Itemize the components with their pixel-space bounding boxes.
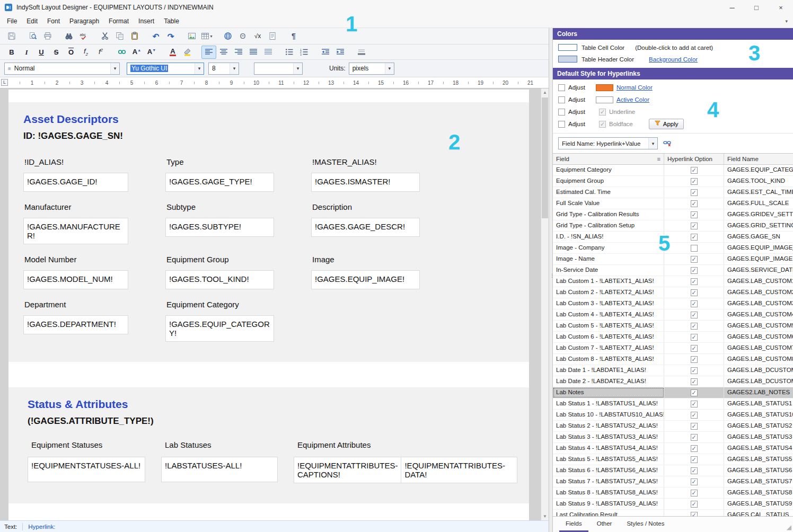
close-button[interactable]: × [769, 0, 793, 15]
hyperlink-option-checkbox[interactable] [691, 389, 698, 396]
hyperlink-option-checkbox[interactable] [691, 456, 698, 463]
boldface-checkbox[interactable] [599, 121, 606, 128]
field-cell[interactable]: Lab Status 3 - !LABSTATUS3_ALIAS! [553, 432, 664, 442]
hyperlink-option-cell[interactable] [664, 354, 724, 365]
adjust-boldface-checkbox[interactable] [558, 121, 565, 128]
hyperlink-option-checkbox[interactable] [691, 278, 698, 285]
overline-button[interactable]: O [64, 46, 78, 59]
extra-select[interactable]: ▾ [254, 63, 303, 75]
redo-button[interactable]: ↷ [163, 30, 178, 43]
field-value-box[interactable]: !EQUIPMENTATTRIBUTES-DATA! [401, 457, 517, 483]
decrease-indent-button[interactable] [318, 46, 333, 59]
field-cell[interactable]: Lab Date 1 - !LABDATE1_ALIAS! [553, 365, 664, 376]
justify-button[interactable] [246, 46, 261, 59]
field-row[interactable]: Grid Type - Calibration Setup GAGES.GRID… [553, 220, 793, 232]
hyperlink-option-checkbox[interactable] [691, 434, 698, 441]
active-color-link[interactable]: Active Color [616, 96, 649, 103]
menu-Font[interactable]: Font [42, 15, 65, 27]
font-color-button[interactable]: A [165, 46, 180, 59]
asset-descriptors-section[interactable]: Asset Descriptors ID: !GAGES.GAGE_SN! !I… [8, 102, 529, 362]
field-cell[interactable]: Lab Status 10 - !LABSTATUS10_ALIAS! [553, 410, 664, 420]
italic-button[interactable]: I [19, 46, 34, 59]
globe-button[interactable] [221, 30, 235, 43]
hyperlink-option-cell[interactable] [664, 220, 724, 231]
apply-button[interactable]: Apply [649, 119, 684, 129]
hyperlink-option-checkbox[interactable] [691, 234, 698, 241]
menu-Edit[interactable]: Edit [22, 15, 42, 27]
field-cell[interactable]: Equipment Group [553, 176, 664, 187]
splitter-handle-icon[interactable]: ⋮ [550, 274, 554, 277]
field-row[interactable]: Image - Company GAGES.EQUIP_IMAGE_CO [553, 243, 793, 254]
adjust-active-checkbox[interactable] [558, 96, 565, 103]
toolbar-options-chevron[interactable]: ▾ [785, 19, 788, 24]
field-cell[interactable]: Last Calibration Result [553, 510, 664, 516]
find-button[interactable] [61, 30, 76, 43]
bold-button[interactable]: B [4, 46, 19, 59]
field-row[interactable]: Lab Custom 5 - !LABTEXT5_ALIAS! GAGES.LA… [553, 321, 793, 332]
font-size-select[interactable]: 8 ▾ [208, 63, 239, 75]
hyperlink-option-cell[interactable] [664, 376, 724, 387]
field-row[interactable]: Lab Status 6 - !LABSTATUS6_ALIAS! GAGES.… [553, 465, 793, 476]
hyperlink-option-checkbox[interactable] [691, 412, 698, 419]
field-row[interactable]: Lab Status 5 - !LABSTATUS5_ALIAS! GAGES.… [553, 454, 793, 465]
chevron-down-icon[interactable]: ▾ [195, 63, 204, 74]
grow-font-button[interactable]: A▲ [129, 46, 144, 59]
scrollbar-thumb[interactable] [542, 97, 548, 218]
goggles-button[interactable] [114, 46, 129, 59]
field-cell[interactable]: Lab Notes [553, 387, 664, 398]
hyperlink-option-checkbox[interactable] [691, 211, 698, 218]
hyperlink-option-checkbox[interactable] [691, 367, 698, 374]
underline-button[interactable]: U [34, 46, 49, 59]
menu-Paragraph[interactable]: Paragraph [65, 15, 104, 27]
field-value-box[interactable]: !GAGES.MODEL_NUM! [23, 270, 128, 289]
field-value-box[interactable]: !GAGES.GAGE_ID! [23, 173, 128, 192]
hyperlink-option-checkbox[interactable] [691, 189, 698, 196]
field-row[interactable]: Lab Custom 6 - !LABTEXT6_ALIAS! GAGES.LA… [553, 332, 793, 343]
distribute-button[interactable] [261, 46, 276, 59]
hyperlink-option-checkbox[interactable] [691, 323, 698, 330]
field-value-box[interactable]: !EQUIPMENTSTATUSES-ALL! [28, 457, 145, 482]
panel-tab[interactable]: Other [591, 517, 619, 532]
document-button[interactable] [265, 30, 280, 43]
adjust-underline-checkbox[interactable] [558, 109, 565, 116]
strikethrough-button[interactable]: S [49, 46, 64, 59]
menu-File[interactable]: File [2, 15, 22, 27]
hyperlink-option-cell[interactable] [664, 254, 724, 264]
field-cell[interactable]: Grid Type - Calibration Results [553, 209, 664, 220]
paste-button[interactable] [127, 30, 142, 43]
hyperlink-option-checkbox[interactable] [691, 178, 698, 185]
insert-image-button[interactable] [184, 30, 199, 43]
field-cell[interactable]: Lab Custom 2 - !LABTEXT2_ALIAS! [553, 287, 664, 298]
hyperlink-option-checkbox[interactable] [691, 167, 698, 174]
theta-button[interactable]: Θ [235, 30, 250, 43]
units-select[interactable]: pixels ▾ [349, 63, 394, 75]
field-row[interactable]: Lab Custom 1 - !LABTEXT1_ALIAS! GAGES.LA… [553, 276, 793, 287]
field-row[interactable]: Full Scale Value GAGES.FULL_SCALE [553, 198, 793, 209]
hyperlink-option-checkbox[interactable] [691, 401, 698, 407]
hyperlink-option-cell[interactable] [664, 487, 724, 498]
hyperlink-option-cell[interactable] [664, 265, 724, 276]
field-cell[interactable]: Lab Status 8 - !LABSTATUS8_ALIAS! [553, 487, 664, 498]
field-column-header[interactable]: Field ≡ [553, 154, 664, 164]
field-row[interactable]: Lab Custom 8 - !LABTEXT8_ALIAS! GAGES.LA… [553, 354, 793, 365]
field-cell[interactable]: Lab Custom 4 - !LABTEXT4_ALIAS! [553, 309, 664, 320]
field-value-box[interactable]: !GAGES.TOOL_KIND! [165, 270, 274, 289]
hyperlink-option-cell[interactable] [664, 410, 724, 420]
hyperlink-option-cell[interactable] [664, 499, 724, 509]
field-cell[interactable]: In-Service Date [553, 265, 664, 276]
field-cell[interactable]: Lab Status 9 - !LABSTATUS9_ALIAS! [553, 499, 664, 509]
field-cell[interactable]: Lab Status 6 - !LABSTATUS6_ALIAS! [553, 465, 664, 476]
panel-tab[interactable]: Styles / Notes [620, 517, 671, 532]
field-cell[interactable]: Image - Name [553, 254, 664, 264]
field-value-box[interactable]: !GAGES.EQUIP_CATEGORY! [165, 315, 274, 342]
menu-Format[interactable]: Format [104, 15, 134, 27]
hyperlink-option-cell[interactable] [664, 232, 724, 242]
hyperlink-option-cell[interactable] [664, 454, 724, 465]
field-row[interactable]: Lab Status 4 - !LABSTATUS4_ALIAS! GAGES.… [553, 443, 793, 454]
chevron-down-icon[interactable]: ▾ [110, 63, 119, 74]
hyperlink-option-checkbox[interactable] [691, 501, 698, 508]
field-cell[interactable]: Lab Status 1 - !LABSTATUS1_ALIAS! [553, 398, 664, 409]
underline-checkbox[interactable] [599, 109, 606, 116]
increase-indent-button[interactable] [333, 46, 348, 59]
field-value-box[interactable]: !GAGES.GAGE_DESCR! [311, 218, 420, 237]
